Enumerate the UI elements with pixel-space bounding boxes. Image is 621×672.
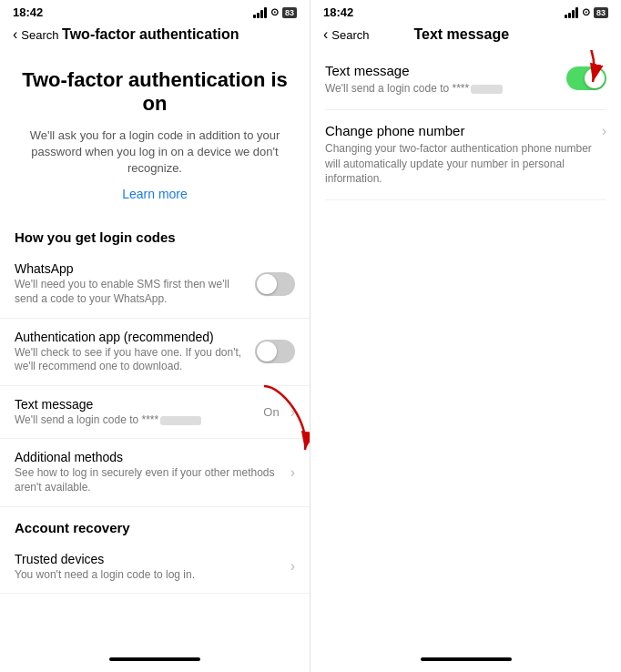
change-phone-title: Change phone number <box>325 123 595 138</box>
auth-app-item: Authentication app (recommended) We'll c… <box>0 319 310 386</box>
trusted-devices-item[interactable]: Trusted devices You won't need a login c… <box>0 541 310 595</box>
text-message-toggle-item: Text message We'll send a login code to … <box>325 50 606 110</box>
hero-title: Two-factor authentication is on <box>22 68 288 117</box>
trusted-devices-title: Trusted devices <box>15 552 283 566</box>
change-phone-desc: Changing your two-factor authentication … <box>325 141 595 187</box>
account-recovery-header: Account recovery <box>0 507 310 541</box>
nav-title-left: Two-factor authentication <box>59 26 242 43</box>
change-phone-item[interactable]: Change phone number Changing your two-fa… <box>325 110 606 200</box>
phone-mask <box>160 416 201 425</box>
back-arrow-left: ‹ <box>13 26 17 43</box>
content-left: Two-factor authentication is on We'll as… <box>0 50 310 647</box>
status-icons-left: ⊙ 83 <box>253 6 297 18</box>
left-screen: 18:42 ⊙ 83 ‹ Search Two-factor authentic… <box>0 0 310 672</box>
nav-bar-right: ‹ Search Text message <box>310 23 621 50</box>
right-screen: 18:42 ⊙ 83 ‹ Search Text message Text <box>310 0 621 672</box>
whatsapp-toggle[interactable] <box>255 272 295 296</box>
hero-desc: We'll ask you for a login code in additi… <box>22 127 288 178</box>
text-message-item[interactable]: Text message We'll send a login code to … <box>0 386 310 440</box>
status-icons-right: ⊙ 83 <box>565 6 608 18</box>
on-label: On <box>263 405 279 419</box>
hero-section: Two-factor authentication is on We'll as… <box>0 50 310 217</box>
home-indicator-right <box>310 647 621 672</box>
text-message-title: Text message <box>15 397 263 412</box>
whatsapp-item: WhatsApp We'll need you to enable SMS fi… <box>0 250 310 318</box>
content-right: Text message We'll send a login code to … <box>310 50 621 647</box>
back-label-right: Search <box>331 28 369 42</box>
additional-methods-title: Additional methods <box>15 450 283 464</box>
additional-methods-desc: See how to log in securely even if your … <box>15 466 283 494</box>
nav-bar-left: ‹ Search Two-factor authentication <box>0 23 310 50</box>
back-button-left[interactable]: ‹ Search <box>13 26 59 43</box>
battery-icon-right: 83 <box>594 7 608 18</box>
back-button-right[interactable]: ‹ Search <box>323 26 370 43</box>
additional-methods-item[interactable]: Additional methods See how to log in sec… <box>0 439 310 506</box>
signal-icon-right <box>565 7 578 18</box>
nav-title-right: Text message <box>370 26 554 43</box>
auth-app-title: Authentication app (recommended) <box>15 330 244 344</box>
time-right: 18:42 <box>323 5 353 19</box>
trusted-devices-desc: You won't need a login code to log in. <box>15 568 283 583</box>
text-message-chevron: › <box>290 404 295 421</box>
time-left: 18:42 <box>13 5 43 19</box>
home-indicator-left <box>0 647 310 672</box>
status-bar-left: 18:42 ⊙ 83 <box>0 0 310 23</box>
whatsapp-desc: We'll need you to enable SMS first then … <box>15 278 244 306</box>
wifi-icon-left: ⊙ <box>270 6 279 18</box>
trusted-devices-chevron: › <box>290 558 295 575</box>
learn-more-link[interactable]: Learn more <box>122 187 188 201</box>
login-codes-header: How you get login codes <box>0 217 310 250</box>
change-phone-chevron: › <box>602 123 606 139</box>
battery-icon-left: 83 <box>282 7 297 18</box>
back-arrow-right: ‹ <box>323 26 328 43</box>
signal-icon-left <box>253 7 267 18</box>
back-label-left: Search <box>21 28 58 42</box>
auth-app-toggle[interactable] <box>255 340 295 363</box>
auth-app-desc: We'll check to see if you have one. If y… <box>15 346 244 374</box>
status-bar-right: 18:42 ⊙ 83 <box>310 0 621 23</box>
whatsapp-title: WhatsApp <box>15 261 244 276</box>
phone-mask-right <box>471 85 503 94</box>
wifi-icon-right: ⊙ <box>582 6 590 18</box>
red-arrow-right <box>511 50 620 96</box>
additional-methods-chevron: › <box>290 464 295 481</box>
text-message-desc: We'll send a login code to **** <box>15 413 263 428</box>
